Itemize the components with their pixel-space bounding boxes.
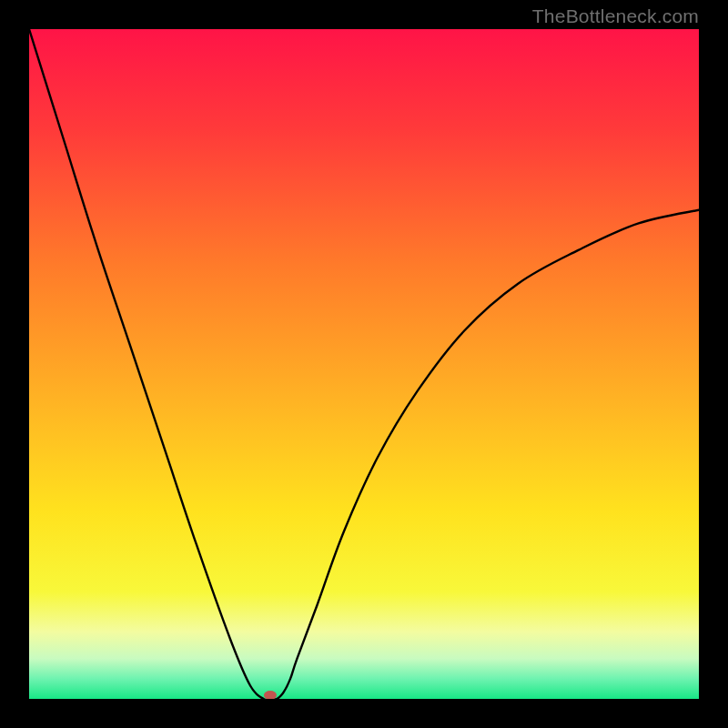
attribution-text: TheBottleneck.com	[532, 5, 699, 27]
plot-area	[29, 29, 699, 699]
bottleneck-curve	[29, 29, 699, 699]
minimum-marker	[264, 691, 277, 699]
chart-frame: TheBottleneck.com	[0, 0, 728, 728]
